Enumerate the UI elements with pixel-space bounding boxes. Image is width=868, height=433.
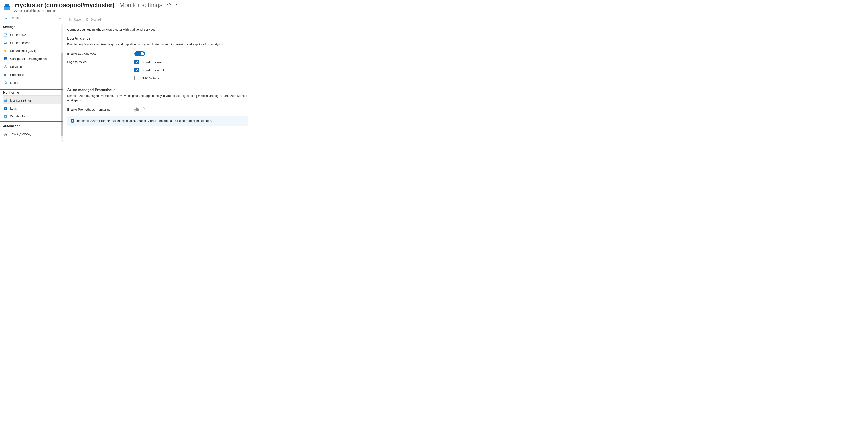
more-icon[interactable]: [176, 2, 180, 8]
sidebar-item-configuration-management[interactable]: Configuration management: [3, 55, 61, 63]
info-icon: i: [70, 119, 74, 123]
sidebar-item-monitor-settings[interactable]: Monitor settings: [3, 96, 61, 105]
services-icon: [4, 65, 7, 69]
tasks-icon: [4, 132, 7, 136]
sidebar-item-label: Logs: [10, 107, 17, 110]
sidebar-item-label: Workbooks: [10, 115, 25, 118]
svg-point-5: [179, 4, 179, 5]
sidebar-item-label: Properties: [10, 73, 24, 77]
save-button[interactable]: Save: [69, 18, 81, 21]
enable-log-analytics-label: Enable Log Analytics: [67, 51, 134, 55]
svg-rect-16: [4, 67, 5, 68]
logs-to-collect-label: Logs to collect: [67, 60, 134, 64]
enable-prometheus-label: Enable Prometheus monitoring: [67, 107, 134, 111]
svg-rect-31: [70, 18, 71, 19]
collapse-sidebar-icon[interactable]: «: [59, 16, 61, 20]
sidebar-item-label: Monitor settings: [10, 99, 32, 102]
section-title-log-analytics: Log Analytics: [67, 36, 248, 40]
sidebar-item-logs[interactable]: Logs: [3, 105, 61, 112]
sidebar-item-label: Configuration management: [10, 57, 47, 61]
section-desc-log-analytics: Enable Log Analytics to view insights an…: [67, 42, 248, 47]
properties-icon: [4, 73, 7, 77]
sidebar-section-monitoring: Monitoring: [3, 91, 61, 96]
sidebar-item-cluster-size[interactable]: Cluster size: [3, 31, 61, 39]
resource-icon: [3, 3, 11, 11]
svg-rect-27: [5, 133, 6, 134]
svg-rect-17: [6, 67, 7, 68]
svg-rect-21: [5, 83, 7, 84]
search-input[interactable]: [9, 16, 55, 20]
sidebar-item-services[interactable]: Services: [3, 63, 61, 71]
cluster-access-icon: [4, 41, 7, 45]
key-icon: [4, 49, 7, 53]
sidebar-item-label: Locks: [10, 81, 18, 85]
checklist-icon: [4, 57, 7, 61]
sidebar-item-tasks[interactable]: Tasks (preview): [3, 130, 61, 138]
search-box[interactable]: [3, 15, 57, 21]
checkbox-standard-error[interactable]: Standard error: [134, 60, 248, 64]
favorite-icon[interactable]: [167, 2, 171, 8]
svg-rect-28: [4, 135, 5, 136]
sidebar-item-workbooks[interactable]: Workbooks: [3, 112, 61, 120]
svg-point-6: [5, 17, 7, 19]
svg-line-7: [7, 19, 8, 19]
svg-point-3: [177, 4, 177, 5]
toolbar: Save Discard: [67, 17, 248, 24]
sidebar-section-automation: Automation: [3, 124, 61, 129]
svg-point-10: [6, 42, 7, 43]
svg-rect-13: [5, 52, 6, 52]
sidebar-item-label: Cluster access: [10, 41, 30, 45]
enable-prometheus-toggle[interactable]: [134, 107, 145, 112]
svg-rect-32: [70, 20, 71, 21]
svg-rect-29: [6, 135, 7, 136]
svg-rect-2: [5, 4, 8, 6]
svg-rect-15: [5, 65, 6, 66]
svg-point-4: [178, 4, 178, 5]
section-title-prometheus: Azure managed Prometheus: [67, 88, 248, 92]
prometheus-info-box: i To enable Azure Prometheus on this clu…: [67, 116, 248, 126]
sidebar: « ▴ ▾ Settings Cluster size Clust: [0, 15, 63, 142]
sidebar-item-secure-shell[interactable]: Secure shell (SSH): [3, 47, 61, 55]
section-desc-prometheus: Enable Azure managed Prometheus to view …: [67, 94, 248, 103]
logs-icon: [4, 107, 7, 110]
main-content: Save Discard Connect your HDInsight on A…: [63, 15, 256, 142]
breadcrumb: Azure HDInsight on AKS cluster: [14, 9, 865, 12]
sidebar-item-label: Tasks (preview): [10, 133, 31, 136]
sidebar-item-label: Cluster size: [10, 33, 26, 36]
discard-button[interactable]: Discard: [86, 18, 101, 21]
page-header: mycluster (contosopool/mycluster) | Moni…: [0, 0, 868, 15]
sidebar-item-locks[interactable]: Locks: [3, 79, 61, 87]
enable-log-analytics-toggle[interactable]: [134, 51, 145, 56]
monitor-settings-icon: [4, 98, 7, 103]
search-icon: [5, 17, 8, 19]
checkbox-jmx-metrics[interactable]: JMX Metrics: [134, 76, 248, 80]
sidebar-scrollbar[interactable]: ▴ ▾: [61, 23, 63, 142]
sidebar-section-settings: Settings: [3, 25, 61, 30]
page-title: mycluster (contosopool/mycluster) | Moni…: [14, 2, 162, 9]
sidebar-item-properties[interactable]: Properties: [3, 71, 61, 79]
sidebar-item-label: Secure shell (SSH): [10, 49, 36, 53]
intro-text: Connect your HDInsight on AKS cluster wi…: [67, 28, 248, 31]
sidebar-item-label: Services: [10, 65, 22, 68]
svg-rect-24: [5, 99, 6, 100]
sidebar-item-cluster-access[interactable]: Cluster access: [3, 39, 61, 47]
workbooks-icon: [4, 115, 7, 118]
checkbox-standard-output[interactable]: Standard output: [134, 68, 248, 72]
svg-point-9: [5, 42, 6, 43]
lock-icon: [4, 81, 7, 85]
cluster-size-icon: [4, 33, 7, 37]
